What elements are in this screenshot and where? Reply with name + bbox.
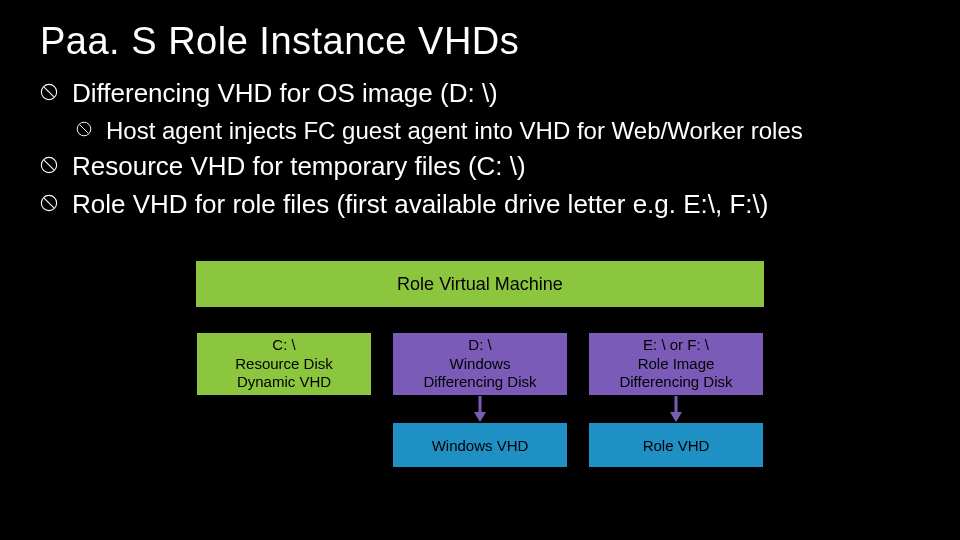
- arrow-spacer: [196, 396, 372, 422]
- vhd-diagram: Role Virtual Machine C: \ Resource Disk …: [0, 260, 960, 468]
- disk-d-box: D: \ Windows Differencing Disk: [392, 332, 568, 396]
- bullet-item: Role VHD for role files (first available…: [40, 188, 930, 222]
- disk-c-line1: C: \: [272, 336, 295, 355]
- disk-d-line1: D: \: [468, 336, 491, 355]
- slide: Paa. S Role Instance VHDs Differencing V…: [0, 0, 960, 540]
- disk-e-line3: Differencing Disk: [619, 373, 732, 392]
- disk-e-line1: E: \ or F: \: [643, 336, 709, 355]
- disk-row: C: \ Resource Disk Dynamic VHD D: \ Wind…: [196, 332, 764, 396]
- page-title: Paa. S Role Instance VHDs: [40, 20, 930, 63]
- windows-vhd-box: Windows VHD: [392, 422, 568, 468]
- disk-e-box: E: \ or F: \ Role Image Differencing Dis…: [588, 332, 764, 396]
- bullet-icon: [40, 194, 58, 216]
- disk-c-line2: Resource Disk: [235, 355, 333, 374]
- bullet-icon: [40, 156, 58, 178]
- bullet-text: Resource VHD for temporary files (C: \): [72, 150, 526, 184]
- arrow-down-icon: [473, 396, 487, 422]
- svg-line-3: [80, 124, 89, 133]
- vm-label: Role Virtual Machine: [397, 274, 563, 295]
- svg-line-5: [44, 160, 54, 170]
- svg-marker-11: [670, 412, 682, 422]
- arrow-down-icon: [669, 396, 683, 422]
- vm-box: Role Virtual Machine: [195, 260, 765, 308]
- bullet-item: Resource VHD for temporary files (C: \): [40, 150, 930, 184]
- windows-vhd-label: Windows VHD: [432, 437, 529, 454]
- arrow-row: [196, 396, 764, 422]
- bullet-sub-item: Host agent injects FC guest agent into V…: [76, 115, 930, 146]
- bullet-icon: [76, 121, 92, 141]
- bullet-list: Differencing VHD for OS image (D: \) Hos…: [40, 77, 930, 222]
- bullet-text: Differencing VHD for OS image (D: \): [72, 77, 498, 111]
- svg-line-7: [44, 198, 54, 208]
- role-vhd-box: Role VHD: [588, 422, 764, 468]
- arrow-e: [588, 396, 764, 422]
- arrow-d: [392, 396, 568, 422]
- disk-e-line2: Role Image: [638, 355, 715, 374]
- svg-line-1: [44, 87, 54, 97]
- disk-c-line3: Dynamic VHD: [237, 373, 331, 392]
- disk-d-line3: Differencing Disk: [423, 373, 536, 392]
- role-vhd-label: Role VHD: [643, 437, 710, 454]
- bullet-item: Differencing VHD for OS image (D: \): [40, 77, 930, 111]
- bullet-text: Role VHD for role files (first available…: [72, 188, 768, 222]
- bullet-text: Host agent injects FC guest agent into V…: [106, 115, 803, 146]
- svg-marker-9: [474, 412, 486, 422]
- bullet-icon: [40, 83, 58, 105]
- disk-d-line2: Windows: [450, 355, 511, 374]
- disk-c-box: C: \ Resource Disk Dynamic VHD: [196, 332, 372, 396]
- vhd-row: Windows VHD Role VHD: [196, 422, 764, 468]
- vhd-spacer: [196, 422, 372, 468]
